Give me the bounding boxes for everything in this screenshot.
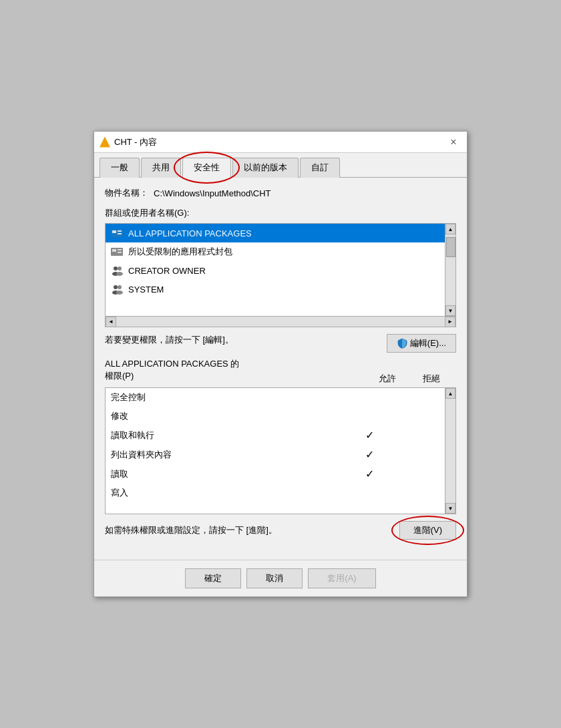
users-list-scrollbar-h[interactable]: ◄ ►	[105, 317, 456, 327]
list-item-system[interactable]: SYSTEM	[106, 280, 445, 299]
object-name-value: C:\Windows\InputMethod\CHT	[154, 188, 271, 198]
svg-rect-6	[118, 249, 122, 250]
perm-row-list-folder: 列出資料夾內容 ✓	[106, 445, 445, 464]
edit-button[interactable]: 編輯(E)...	[387, 334, 456, 353]
edit-hint-text: 若要變更權限，請按一下 [編輯]。	[105, 334, 380, 346]
edit-section: 若要變更權限，請按一下 [編輯]。 編輯(E)...	[105, 334, 456, 353]
tab-custom[interactable]: 自訂	[300, 158, 340, 178]
perm-row-write: 寫入	[106, 484, 445, 502]
perms-header-row: ALL APPLICATION PACKAGES 的 權限(P) 允許 拒絕	[105, 358, 456, 385]
perm-name-0: 完全控制	[111, 391, 346, 403]
tab-general[interactable]: 一般	[100, 158, 140, 178]
system-icon	[111, 284, 124, 295]
svg-point-10	[118, 266, 122, 270]
svg-point-11	[116, 272, 123, 276]
scroll-left-btn[interactable]: ◄	[106, 317, 116, 327]
allow-label: 允許	[379, 373, 396, 385]
advanced-btn-wrapper: 進階(V)	[399, 521, 456, 540]
svg-rect-3	[118, 233, 122, 234]
scroll-down-btn[interactable]: ▼	[445, 305, 455, 316]
object-name-label: 物件名稱：	[105, 187, 148, 199]
permissions-list: 完全控制 修改 讀取和執行 ✓ 列出資料夾內容 ✓	[106, 388, 445, 514]
svg-point-8	[114, 266, 118, 270]
perm-row-full-control: 完全控制	[106, 388, 445, 407]
users-icon	[111, 265, 124, 276]
perm-name-1: 修改	[111, 410, 346, 422]
list-item-creator-owner[interactable]: CREATOR OWNER	[106, 261, 445, 280]
title-bar-left: CHT - 內容	[100, 136, 157, 148]
advanced-hint-text: 如需特殊權限或進階設定，請按一下 [進階]。	[105, 524, 393, 536]
edit-button-label: 編輯(E)...	[410, 337, 446, 349]
user-label-creator-owner: CREATOR OWNER	[128, 266, 206, 276]
permissions-list-container: 完全控制 修改 讀取和執行 ✓ 列出資料夾內容 ✓	[105, 387, 456, 514]
perms-scrollbar-v[interactable]: ▲ ▼	[445, 388, 455, 514]
scroll-thumb[interactable]	[446, 237, 455, 257]
group-label: 群組或使用者名稱(G):	[105, 207, 456, 219]
dialog-footer: 確定 取消 套用(A)	[94, 560, 467, 596]
perm-row-modify: 修改	[106, 407, 445, 425]
ok-button[interactable]: 確定	[185, 568, 241, 588]
perms-header-text: ALL APPLICATION PACKAGES 的 權限(P)	[105, 358, 239, 382]
svg-rect-1	[112, 230, 116, 233]
folder-icon	[100, 137, 110, 148]
list-item-restricted-app[interactable]: 所以受限制的應用程式封包	[106, 242, 445, 261]
svg-point-12	[114, 285, 118, 289]
svg-rect-5	[112, 249, 116, 252]
cancel-button[interactable]: 取消	[246, 568, 303, 588]
apply-button[interactable]: 套用(A)	[308, 568, 375, 588]
close-button[interactable]: ×	[445, 134, 461, 150]
tab-share[interactable]: 共用	[141, 158, 181, 178]
svg-rect-2	[118, 230, 122, 232]
users-list-scroll[interactable]: ALL APPLICATION PACKAGES 所以受限制的應用程式封包	[106, 224, 445, 316]
tab-security[interactable]: 安全性	[182, 158, 231, 178]
perm-row-read-execute: 讀取和執行 ✓	[106, 425, 445, 445]
user-label-all-app-packages: ALL APPLICATION PACKAGES	[128, 228, 252, 238]
properties-dialog: CHT - 內容 × 一般 共用 安全性 以前的版本 自訂 物件名稱： C:\W…	[94, 131, 467, 597]
restricted-icon	[111, 246, 124, 257]
object-name-row: 物件名稱： C:\Windows\InputMethod\CHT	[105, 187, 456, 199]
title-bar: CHT - 內容 ×	[94, 132, 467, 153]
package-icon	[111, 228, 124, 238]
h-scroll-track	[116, 317, 445, 327]
perms-scroll-up[interactable]: ▲	[445, 388, 455, 399]
perm-allow-4: ✓	[346, 468, 393, 480]
svg-point-14	[118, 285, 122, 289]
perm-row-read: 讀取 ✓	[106, 464, 445, 484]
perms-columns: 允許 拒絕	[379, 373, 440, 385]
user-label-system: SYSTEM	[128, 285, 164, 295]
shield-icon	[397, 338, 407, 349]
scroll-up-btn[interactable]: ▲	[445, 224, 455, 234]
advanced-button[interactable]: 進階(V)	[399, 521, 456, 540]
deny-label: 拒絕	[423, 373, 440, 385]
tab-content: 物件名稱： C:\Windows\InputMethod\CHT 群組或使用者名…	[94, 178, 467, 560]
users-list-container: ALL APPLICATION PACKAGES 所以受限制的應用程式封包	[105, 223, 456, 317]
window-title: CHT - 內容	[114, 136, 157, 148]
perm-allow-2: ✓	[346, 429, 393, 441]
tab-previous-versions[interactable]: 以前的版本	[232, 158, 299, 178]
perm-name-5: 寫入	[111, 487, 346, 499]
perm-allow-3: ✓	[346, 448, 393, 461]
advanced-section: 如需特殊權限或進階設定，請按一下 [進階]。 進階(V)	[105, 521, 456, 540]
perm-name-4: 讀取	[111, 468, 346, 480]
users-list-scrollbar-v[interactable]: ▲ ▼	[445, 224, 455, 316]
svg-rect-7	[118, 252, 122, 253]
scroll-right-btn[interactable]: ►	[445, 317, 455, 327]
list-item-all-app-packages[interactable]: ALL APPLICATION PACKAGES	[106, 224, 445, 242]
perms-scroll-down[interactable]: ▼	[445, 503, 455, 514]
perm-name-3: 列出資料夾內容	[111, 449, 346, 461]
tab-bar: 一般 共用 安全性 以前的版本 自訂	[94, 153, 467, 178]
perm-name-2: 讀取和執行	[111, 429, 346, 441]
user-label-restricted: 所以受限制的應用程式封包	[128, 246, 232, 258]
svg-point-15	[116, 291, 123, 295]
